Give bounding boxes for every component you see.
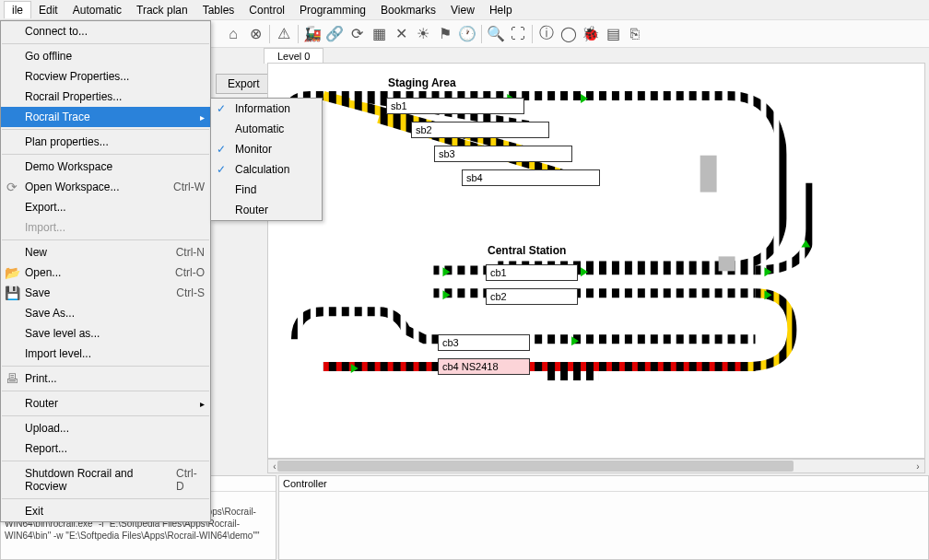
refresh-icon[interactable]: ⟳ (347, 24, 367, 44)
scroll-right-arrow[interactable]: › (911, 460, 924, 472)
menu-item-icon: ⟳ (5, 180, 19, 194)
block-sb1[interactable]: sb1 (386, 98, 524, 114)
menu-view[interactable]: View (443, 2, 482, 18)
submenu-arrow-icon: ▸ (200, 399, 205, 409)
file-menu-go-offline[interactable]: Go offline (1, 46, 210, 66)
info-icon[interactable]: ⓘ (536, 24, 557, 44)
check-icon: ✓ (217, 143, 226, 156)
file-dropdown: Connect to...Go offlineRocview Propertie… (0, 20, 211, 522)
file-menu-new[interactable]: NewCtrl-N (1, 242, 210, 262)
track-plan-svg (268, 64, 924, 459)
check-icon: ✓ (217, 102, 226, 115)
light-icon[interactable]: ☀ (413, 24, 433, 44)
submenu-information[interactable]: ✓Information (211, 99, 322, 119)
menu-item-label: Save level as... (25, 327, 100, 340)
menu-item-shortcut: Ctrl-O (175, 266, 205, 279)
submenu-monitor[interactable]: ✓Monitor (211, 139, 322, 159)
train-icon[interactable]: 🔗 (324, 24, 345, 44)
file-menu-demo-workspace[interactable]: Demo Workspace (1, 157, 210, 177)
menu-item-label: Rocrail Trace (25, 111, 90, 123)
help-icon[interactable]: ◯ (559, 24, 579, 44)
copy-icon[interactable]: ⎘ (625, 24, 645, 44)
submenu-calculation[interactable]: ✓Calculation (211, 159, 322, 180)
submenu-automatic[interactable]: Automatic (211, 119, 322, 139)
shuffle-icon[interactable]: ✕ (391, 24, 411, 44)
file-menu-import-level-[interactable]: Import level... (1, 344, 210, 364)
submenu-item-label: Find (235, 183, 256, 196)
home-icon[interactable]: ⌂ (223, 24, 243, 44)
controller-panel-title: Controller (279, 476, 928, 492)
submenu-find[interactable]: Find (211, 180, 322, 200)
file-menu-report-[interactable]: Report... (1, 438, 210, 459)
file-menu-open-workspace-[interactable]: ⟳Open Workspace...Ctrl-W (1, 177, 210, 197)
menu-item-label: Plan properties... (25, 135, 109, 148)
file-menu-rocrail-trace[interactable]: Rocrail Trace▸ (1, 107, 210, 127)
cancel-icon[interactable]: ⊗ (245, 24, 265, 44)
menu-file[interactable]: ile (4, 1, 31, 18)
horizontal-scrollbar[interactable]: ‹ › (267, 459, 925, 473)
file-menu-save-as-[interactable]: Save As... (1, 303, 210, 323)
file-menu-save-level-as-[interactable]: Save level as... (1, 323, 210, 344)
submenu-item-label: Router (235, 204, 268, 216)
menu-programming[interactable]: Programming (292, 2, 373, 18)
menu-item-label: Print... (25, 372, 57, 385)
flag-icon[interactable]: ⚑ (435, 24, 455, 44)
file-menu-save[interactable]: 💾SaveCtrl-S (1, 283, 210, 303)
scroll-thumb[interactable] (277, 461, 794, 472)
submenu-router[interactable]: Router (211, 200, 322, 220)
menu-help[interactable]: Help (482, 2, 520, 18)
submenu-item-label: Automatic (235, 122, 284, 135)
grid-icon[interactable]: ▦ (369, 24, 389, 44)
menu-item-icon: 🖶 (5, 371, 19, 386)
file-menu-shutdown-rocrail-and-rocview[interactable]: Shutdown Rocrail and RocviewCtrl-D (1, 463, 210, 496)
svg-rect-6 (700, 156, 717, 192)
block-cb2[interactable]: cb2 (486, 288, 578, 305)
block-sb4[interactable]: sb4 (462, 169, 600, 186)
loco-icon[interactable]: 🚂 (302, 24, 323, 44)
menu-item-label: Shutdown Rocrail and Rocview (25, 467, 176, 493)
file-menu-open-[interactable]: 📂Open...Ctrl-O (1, 262, 210, 283)
menubar: ile Edit Automatic Track plan Tables Con… (0, 0, 929, 20)
menu-item-label: Exit (25, 505, 43, 518)
export-button[interactable]: Export (216, 74, 272, 94)
block-sb3[interactable]: sb3 (434, 146, 572, 162)
menu-item-icon: 💾 (5, 286, 19, 300)
bug-icon[interactable]: 🐞 (581, 24, 601, 44)
submenu-arrow-icon: ▸ (200, 112, 205, 122)
menu-bookmarks[interactable]: Bookmarks (373, 2, 443, 18)
menu-item-label: Import... (25, 221, 65, 234)
menu-control[interactable]: Control (241, 2, 292, 18)
file-menu-connect-to-[interactable]: Connect to... (1, 21, 210, 41)
fullscreen-icon[interactable]: ⛶ (508, 24, 528, 44)
menu-item-label: Save (25, 286, 50, 299)
track-plan-canvas[interactable]: Staging Area Central Station (267, 63, 925, 459)
file-menu-rocview-properties-[interactable]: Rocview Properties... (1, 66, 210, 87)
list-icon[interactable]: ▤ (603, 24, 623, 44)
block-cb3[interactable]: cb3 (438, 334, 530, 351)
tab-level-0[interactable]: Level 0 (264, 48, 323, 64)
menu-item-label: Connect to... (25, 25, 88, 38)
menu-item-icon: 📂 (5, 265, 19, 280)
menu-automatic[interactable]: Automatic (65, 2, 129, 18)
controller-panel: Controller (278, 475, 929, 560)
menu-item-label: Rocrail Properties... (25, 90, 122, 103)
file-menu-plan-properties-[interactable]: Plan properties... (1, 132, 210, 152)
file-menu-print-[interactable]: 🖶Print... (1, 368, 210, 389)
check-icon: ✓ (217, 163, 226, 176)
menu-item-label: Upload... (25, 422, 69, 435)
block-sb2[interactable]: sb2 (411, 122, 549, 138)
warning-icon[interactable]: ⚠ (274, 24, 294, 44)
file-menu-router[interactable]: Router▸ (1, 393, 210, 414)
clock-icon[interactable]: 🕐 (457, 24, 477, 44)
menu-edit[interactable]: Edit (31, 2, 65, 18)
menu-item-label: Router (25, 397, 58, 410)
file-menu-exit[interactable]: Exit (1, 501, 210, 521)
file-menu-upload-[interactable]: Upload... (1, 418, 210, 438)
menu-tables[interactable]: Tables (195, 2, 242, 18)
menu-trackplan[interactable]: Track plan (129, 2, 195, 18)
file-menu-export-[interactable]: Export... (1, 197, 210, 217)
search-icon[interactable]: 🔍 (486, 24, 506, 44)
file-menu-rocrail-properties-[interactable]: Rocrail Properties... (1, 87, 210, 107)
block-cb4[interactable]: cb4 NS2418 (438, 358, 530, 375)
block-cb1[interactable]: cb1 (486, 264, 578, 281)
